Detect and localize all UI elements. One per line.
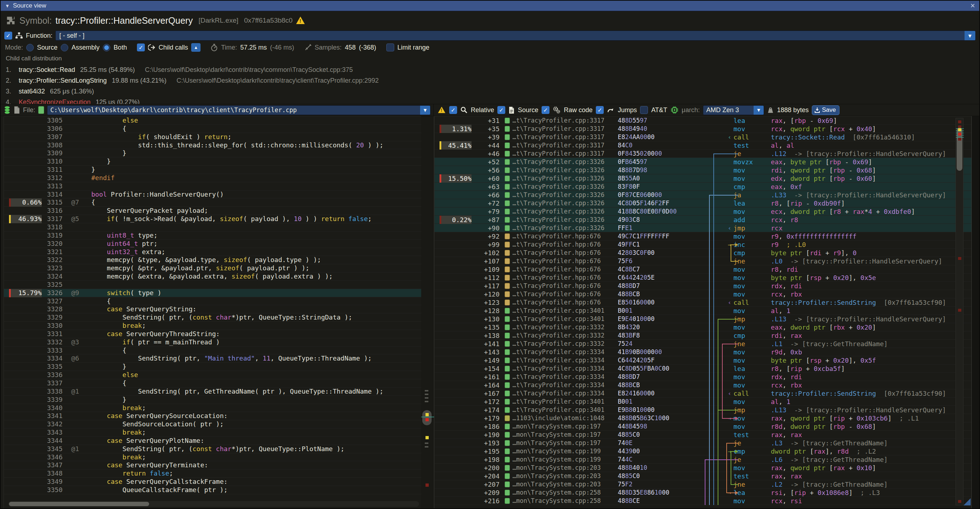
assembly-line[interactable]: +56…t\TracyProfiler.cpp:3326488B7D98movr… [434,166,971,174]
assembly-line[interactable]: +141…t\TracyProfiler.cpp:33327524jne.L1 … [434,340,971,348]
assembly-scrollbar[interactable] [956,118,964,506]
source-line[interactable]: 3339 } [4,396,421,404]
assembly-line[interactable]: +204…mon\TracySystem.cpp:2034885C0testra… [434,472,971,480]
radio-both[interactable] [103,44,110,51]
assembly-line[interactable]: +135…t\TracyProfiler.cpp:33328B4320movea… [434,323,971,331]
source-line[interactable]: 3334@6 SendString( ptr, "Main thread", 1… [4,355,421,363]
source-line[interactable]: 3349 case ServerQueryCallstackFrame: [4,478,421,486]
assembly-line[interactable]: 45.41%+44…t\TracyProfiler.cpp:331784C0te… [434,141,971,150]
source-line[interactable]: 3305 else [4,116,421,125]
source-line[interactable]: 3335 } [4,363,421,371]
assembly-line[interactable]: +128…t\TracyProfiler.cpp:3401B001moval, … [434,307,971,315]
child-call-item[interactable]: 1.tracy::Socket::Read25.25 ms (54.89%)C:… [6,64,974,75]
collapse-icon[interactable]: ▼ [5,3,10,9]
source-line[interactable]: 3343 break; [4,428,421,437]
source-line[interactable]: 3323 memcpy( &ptr, &payload.ptr, sizeof(… [4,264,421,272]
source-scroll-knob[interactable] [422,410,431,425]
source-checkbox[interactable]: ✓ [497,106,505,114]
assembly-line[interactable]: 15.50%+60…t\TracyProfiler.cpp:33268B55A0… [434,174,971,183]
source-line[interactable]: 3333 { [4,347,421,355]
source-line[interactable]: 3309 } [4,149,421,157]
source-line[interactable]: 3322 memcpy( &type, &payload.type, sizeo… [4,256,421,264]
source-line[interactable]: 3321 uint32_t extra; [4,248,421,256]
assembly-line[interactable]: +39…t\TracyProfiler.cpp:3317E824AA0000‹c… [434,133,971,141]
assembly-line[interactable]: +167…t\TracyProfiler.cpp:3334E824160000‹… [434,389,971,398]
assembly-line[interactable]: +198…mon\TracySystem.cpp:199744Cje.L6 ->… [434,455,971,464]
source-line[interactable]: 3311} [4,166,421,174]
assembly-line[interactable]: +172…t\TracyProfiler.cpp:3401B001moval, … [434,398,971,406]
source-line[interactable]: 15.79%3326@9 switch( type ) [4,289,421,297]
source-line[interactable]: 3344 case ServerQueryPlotName: [4,437,421,445]
source-line[interactable]: 3342 SendSourceLocation( ptr ); [4,420,421,428]
child-call-item[interactable]: 2.tracy::Profiler::SendLongString19.88 m… [6,75,974,86]
resize-grip[interactable] [964,498,970,506]
assembly-line[interactable]: +109…t\TracyProfiler.hpp:6764C8BC7movr8,… [434,265,971,274]
att-checkbox[interactable]: ✓ [640,106,648,114]
source-line[interactable]: 3319 uint8_t type; [4,232,421,240]
source-line[interactable]: 3340 break; [4,404,421,412]
child-calls-checkbox[interactable]: ✓ [137,43,145,51]
assembly-line[interactable]: 0.22%+87…t\TracyProfiler.cpp:33264903C8a… [434,216,971,224]
source-horizontal-scrollbar[interactable] [8,501,419,507]
assembly-line[interactable]: +31…t\TracyProfiler.cpp:3317488D5597lear… [434,116,971,125]
source-line[interactable]: 3347 case ServerQueryTerminate: [4,461,421,469]
jumps-checkbox[interactable]: ✓ [596,106,604,114]
source-line[interactable]: 3310 } [4,157,421,166]
source-line[interactable]: 3327 { [4,297,421,305]
assembly-line[interactable]: +174…t\TracyProfiler.cpp:3401E9B8010000j… [434,406,971,414]
assembly-line[interactable]: +79…t\TracyProfiler.cpp:3326418B8C80E0BF… [434,207,971,216]
source-line[interactable]: 3308 std::this_thread::sleep_for( std::c… [4,141,421,150]
radio-source[interactable] [26,44,34,51]
assembly-line[interactable]: +107…t\TracyProfiler.hpp:67675F6jne.L0 -… [434,257,971,265]
file-combo[interactable]: C:\Users\wolf\Desktop\darkrl\contrib\tra… [47,105,431,115]
limit-range-checkbox[interactable]: ✓ [386,43,394,51]
assembly-line[interactable]: +72…t\TracyProfiler.cpp:33264C8D05F146F2… [434,199,971,207]
child-call-item[interactable]: 3.stat64i32625 μs (1.36%) [6,86,974,97]
source-line[interactable]: 3332@3 if( ptr == m_mainThread ) [4,338,421,347]
assembly-line[interactable]: +99…t\TracyProfiler.hpp:67649FFC1→incr9 … [434,240,971,249]
source-line[interactable]: 3318 [4,223,421,232]
assembly-line[interactable]: +52…t\TracyProfiler.cpp:33260FB64597movz… [434,158,971,166]
source-line[interactable]: 3350 QueueCallstackFrame( ptr ); [4,486,421,494]
source-line[interactable]: 3307 if( shouldExit ) return; [4,133,421,141]
function-combo[interactable]: [ - self - ] ▼ [55,30,976,41]
assembly-line[interactable]: +179…1103\include\atomic:1048488B05B63C1… [434,414,971,422]
source-line[interactable]: 3316 ServerQueryPacket payload; [4,207,421,215]
source-line[interactable]: 3312#endif [4,174,421,182]
assembly-line[interactable]: +63…t\TracyProfiler.cpp:332683F80Fcmpeax… [434,183,971,191]
source-line[interactable]: 3337 { [4,379,421,388]
propagate-up-button[interactable]: ▲ [191,43,200,52]
assembly-line[interactable]: +186…mon\TracySystem.cpp:197448B4598movr… [434,422,971,431]
assembly-line[interactable]: +138…t\TracyProfiler.cpp:3332483BF8cmprd… [434,331,971,340]
assembly-line[interactable]: +164…t\TracyProfiler.cpp:3334488BCBmovrc… [434,381,971,389]
assembly-line[interactable]: +216…mon\TracySystem.cpp:258488BCEmovrcx… [434,497,971,505]
assembly-line[interactable]: +193…mon\TracySystem.cpp:197740Eje.L3 ->… [434,439,971,447]
source-line[interactable]: 3336 else [4,371,421,379]
source-line[interactable]: 3330 break; [4,322,421,330]
source-line[interactable]: 46.93%3317@5 if( !m_sock->Read( &payload… [4,215,421,223]
source-line[interactable]: 0.66%3315@7{ [4,199,421,207]
assembly-line[interactable]: +200…mon\TracySystem.cpp:203488B4010movr… [434,464,971,472]
assembly-line[interactable]: +112…t\TracyProfiler.hpp:676C64424205Emo… [434,274,971,282]
assembly-line[interactable]: +161…t\TracyProfiler.cpp:3334488BD7movrd… [434,373,971,381]
assembly-line[interactable]: +190…mon\TracySystem.cpp:1974885C0testra… [434,431,971,439]
assembly-line[interactable]: +66…t\TracyProfiler.cpp:33260F87CE060000… [434,191,971,199]
source-line[interactable]: 3313 [4,182,421,191]
child-call-item[interactable]: 4.KeSynchronizeExecution125 μs (0.27%) [6,97,974,104]
assembly-line[interactable]: +143…t\TracyProfiler.cpp:333441B90B00000… [434,348,971,356]
assembly-line[interactable]: +195…mon\TracySystem.cpp:199443900→cmpdw… [434,447,971,455]
close-icon[interactable]: × [970,1,975,10]
march-combo[interactable]: AMD Zen 3 ▼ [703,105,764,115]
source-line[interactable]: 3348 return false; [4,469,421,478]
source-line[interactable]: 3324 memcpy( &extra, &payload.extra, siz… [4,272,421,281]
assembly-line[interactable]: +209…mon\TracySystem.cpp:258488D35E88610… [434,488,971,497]
function-checkbox[interactable]: ✓ [4,32,12,40]
raw-code-checkbox[interactable]: ✓ [542,106,549,114]
source-line[interactable]: 3328 case ServerQueryString: [4,305,421,313]
title-bar[interactable]: ▼ Source view × [1,1,979,11]
radio-assembly[interactable] [61,44,68,51]
file-combo-arrow[interactable]: ▼ [420,106,430,115]
assembly-line[interactable]: 1.31%+35…t\TracyProfiler.cpp:3317488B494… [434,125,971,133]
assembly-line[interactable]: +130…t\TracyProfiler.cpp:3401E9E4010000j… [434,315,971,323]
assembly-line[interactable]: +120…t\TracyProfiler.hpp:676488BCBmovrcx… [434,290,971,298]
